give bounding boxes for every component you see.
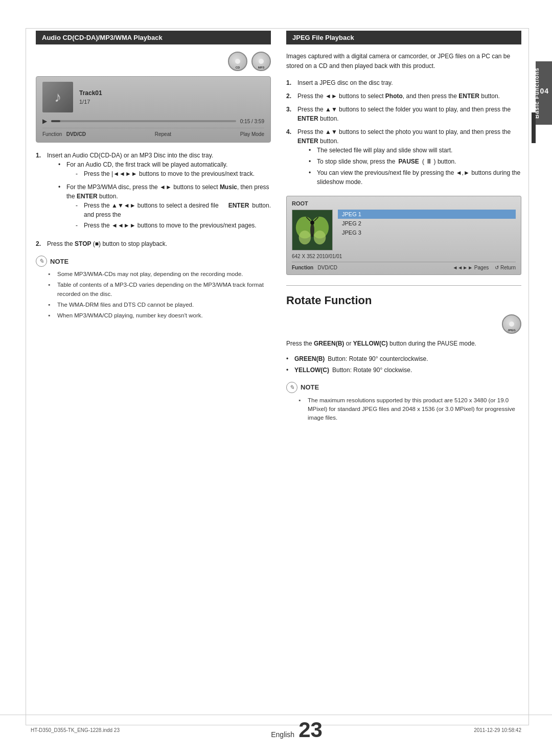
cd-icon-label: CD <box>236 66 240 69</box>
step-1-bullet-1-content: For an Audio CD, the first track will be… <box>66 160 255 180</box>
right-bullet-2: To stop slide show, press the PAUSE (II)… <box>309 157 521 166</box>
rotate-title: Rotate Function <box>286 294 521 307</box>
right-step-3: 3. Press the ▲▼ buttons to select the fo… <box>286 105 521 123</box>
file-browser: ROOT <box>286 196 521 275</box>
file-thumbnail <box>292 210 333 250</box>
footer-language: English <box>271 730 294 739</box>
note-icon: ✎ <box>36 256 47 267</box>
svg-point-6 <box>310 221 314 225</box>
step-1-sub-2a: Press the ▲▼◄► buttons to select a desir… <box>76 201 271 219</box>
return-label: ↺ Return <box>495 265 516 270</box>
rotate-note-item-1: The maximum resolutions supported by thi… <box>298 396 521 423</box>
player-function-label: Function DVD/CD <box>42 131 86 137</box>
right-step-num-1: 1. <box>286 78 294 87</box>
pages-label: ◄◄►► Pages <box>452 265 489 270</box>
player-top: ♪ Track01 1/17 <box>42 82 264 112</box>
footer-file-info: HT-D350_D355-TK_ENG-1228.indd 23 <box>31 727 120 733</box>
note-item-4: When MP3/WMA/CD playing, number key does… <box>48 311 271 320</box>
note-item-3: The WMA-DRM files and DTS CD cannot be p… <box>48 301 271 309</box>
play-icon: ▶ <box>42 118 47 125</box>
main-columns: Audio CD(CD-DA)/MP3/WMA Playback CD MP3 … <box>36 31 521 424</box>
step-num-2: 2. <box>36 239 44 248</box>
right-step-1-text: Insert a JPEG disc on the disc tray. <box>297 78 393 87</box>
player-thumbnail: ♪ <box>42 82 73 112</box>
note-item-1: Some MP3/WMA-CDs may not play, depending… <box>48 270 271 279</box>
right-step-2-text: Press the ◄► buttons to select Photo, an… <box>297 91 500 101</box>
left-note-section: ✎ NOTE Some MP3/WMA-CDs may not play, de… <box>36 256 271 320</box>
rotate-bullet-green: GREEN(B) Button: Rotate 90° counterclock… <box>286 354 521 363</box>
rotate-bullets: GREEN(B) Button: Rotate 90° counterclock… <box>286 354 521 375</box>
cd-icons-row: CD MP3 <box>36 52 271 71</box>
svg-point-3 <box>299 231 311 244</box>
section-divider <box>286 285 521 286</box>
note-title: NOTE <box>50 258 68 265</box>
rotate-description: Press the GREEN(B) or YELLOW(C) button d… <box>286 339 521 349</box>
mp3-icon-label: MP3 <box>258 66 264 69</box>
note-item-2: Table of contents of a MP3-CD varies dep… <box>48 281 271 299</box>
player-ui: ♪ Track01 1/17 ▶ 0:15 / 3:59 Function DV <box>36 76 271 143</box>
footer-timestamp: 2011-12-29 10:58:42 <box>474 727 521 733</box>
right-step-4: 4. Press the ▲▼ buttons to select the ph… <box>286 127 521 190</box>
file-list: JPEG 1 JPEG 2 JPEG 3 <box>338 210 516 250</box>
step-1-content: Insert an Audio CD(CD-DA) or an MP3 Disc… <box>47 151 271 235</box>
left-steps-list: 1. Insert an Audio CD(CD-DA) or an MP3 D… <box>36 151 271 248</box>
right-step-1: 1. Insert a JPEG disc on the disc tray. <box>286 78 521 87</box>
step-1-bullet-1: For an Audio CD, the first track will be… <box>58 160 271 180</box>
step-1-sub-2b: Press the ◄◄►► buttons to move to the pr… <box>76 221 271 230</box>
right-step-num-3: 3. <box>286 105 294 123</box>
right-step-num-4: 4. <box>286 127 294 190</box>
svg-point-5 <box>310 223 314 237</box>
right-bullet-1: The selected file will play and slide sh… <box>309 146 521 155</box>
page-container: Audio CD(CD-DA)/MP3/WMA Playback CD MP3 … <box>0 0 552 756</box>
file-browser-content: JPEG 1 JPEG 2 JPEG 3 <box>292 210 516 250</box>
step-1-bullets: For an Audio CD, the first track will be… <box>58 160 271 232</box>
right-step-2: 2. Press the ◄► buttons to select Photo,… <box>286 91 521 101</box>
mp3-disc-icon: MP3 <box>251 52 271 71</box>
right-step-4-content: Press the ▲▼ buttons to select the photo… <box>297 127 521 190</box>
step-1-sub-bullets-1: Press the |◄◄►► buttons to move to the p… <box>76 169 255 178</box>
right-step-4-text: Press the ▲▼ buttons to select the photo… <box>297 128 511 145</box>
step-1-bullet-2: For the MP3/WMA disc, press the ◄► butto… <box>58 182 271 232</box>
left-step-1: 1. Insert an Audio CD(CD-DA) or an MP3 D… <box>36 151 271 235</box>
rotate-note-section: ✎ NOTE The maximum resolutions supported… <box>286 382 521 423</box>
left-section-header: Audio CD(CD-DA)/MP3/WMA Playback <box>36 31 271 44</box>
file-meta: 642 X 352 2010/01/01 <box>292 254 516 259</box>
rotate-icon-row: JPEG <box>286 314 521 334</box>
right-bullet-3: You can view the previous/next file by p… <box>309 168 521 187</box>
footer-page-number: 23 <box>298 719 323 741</box>
browser-function-label: Function DVD/CD <box>292 265 337 270</box>
page-footer: HT-D350_D355-TK_ENG-1228.indd 23 English… <box>0 715 552 741</box>
left-step-2: 2. Press the STOP (■) button to stop pla… <box>36 239 271 248</box>
step-num-1: 1. <box>36 151 44 235</box>
right-steps-list: 1. Insert a JPEG disc on the disc tray. … <box>286 78 521 190</box>
rotate-note-icon: ✎ <box>286 382 297 393</box>
player-info: Track01 1/17 <box>79 89 264 105</box>
rotate-note-header: ✎ NOTE <box>286 382 521 393</box>
right-step-num-2: 2. <box>286 91 294 101</box>
rotate-bullet-yellow: YELLOW(C) Button: Rotate 90° clockwise. <box>286 365 521 375</box>
player-repeat-label: Repeat <box>155 131 171 137</box>
file-browser-footer: Function DVD/CD ◄◄►► Pages ↺ Return <box>292 262 516 270</box>
right-column: JPEG File Playback Images captured with … <box>286 31 521 424</box>
rotate-note-title: NOTE <box>301 383 319 391</box>
file-item-jpeg2[interactable]: JPEG 2 <box>338 219 516 228</box>
player-functions: Function DVD/CD Repeat Play Mode <box>42 128 264 137</box>
file-item-jpeg3[interactable]: JPEG 3 <box>338 228 516 237</box>
left-column: Audio CD(CD-DA)/MP3/WMA Playback CD MP3 … <box>36 31 271 424</box>
step-2-text: Press the STOP (■) button to stop playba… <box>47 239 167 248</box>
footer-right: English 23 <box>271 719 323 741</box>
player-play-mode-label: Play Mode <box>240 131 264 137</box>
player-progress-bar <box>51 120 236 122</box>
rotate-note-list: The maximum resolutions supported by thi… <box>286 396 521 423</box>
player-track: Track01 <box>79 89 264 97</box>
step-1-sub-1: Press the |◄◄►► buttons to move to the p… <box>76 169 255 178</box>
player-time: 0:15 / 3:59 <box>240 119 264 124</box>
file-item-jpeg1[interactable]: JPEG 1 <box>338 210 516 219</box>
file-browser-root: ROOT <box>292 200 516 207</box>
step-1-text: Insert an Audio CD(CD-DA) or an MP3 Disc… <box>47 152 213 159</box>
player-number: 1/17 <box>79 99 264 105</box>
left-note-list: Some MP3/WMA-CDs may not play, depending… <box>36 270 271 320</box>
right-step-4-bullets: The selected file will play and slide sh… <box>309 146 521 187</box>
jpeg-disc-icon: JPEG <box>502 314 521 334</box>
rotate-section: Rotate Function JPEG Press the GREEN(B) … <box>286 294 521 422</box>
